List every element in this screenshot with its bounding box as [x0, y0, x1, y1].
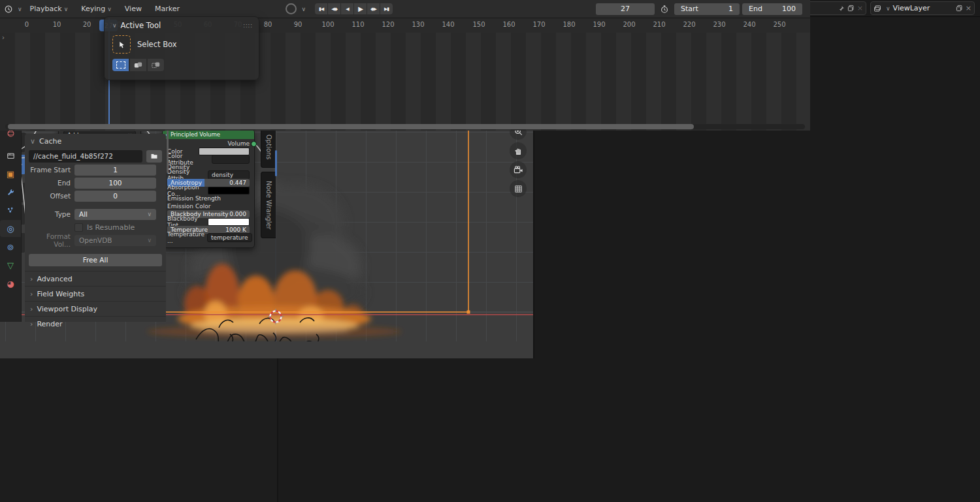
new-scene-icon[interactable]: [847, 5, 855, 12]
unlink-scene-icon: ×: [857, 4, 863, 12]
camera-view-button[interactable]: [510, 161, 527, 178]
shader-editor: ∨ Object∨ View Select Add Node ✓ Use Nod…: [0, 358, 278, 502]
blender-window: File Edit Render Window Help Layout Mode…: [0, 0, 980, 502]
pin-icon[interactable]: [838, 5, 845, 12]
viewlayer-name: ViewLayer: [893, 4, 953, 12]
pan-button[interactable]: [510, 142, 527, 159]
remove-viewlayer-icon[interactable]: ×: [966, 4, 972, 12]
perspective-toggle-button[interactable]: [510, 180, 527, 197]
viewlayer-icon: [874, 5, 881, 12]
viewlayer-selector[interactable]: ∨ ViewLayer ×: [870, 1, 975, 15]
new-viewlayer-icon[interactable]: [956, 5, 963, 12]
viewlayer-dropdown-chevron: ∨: [886, 5, 890, 12]
